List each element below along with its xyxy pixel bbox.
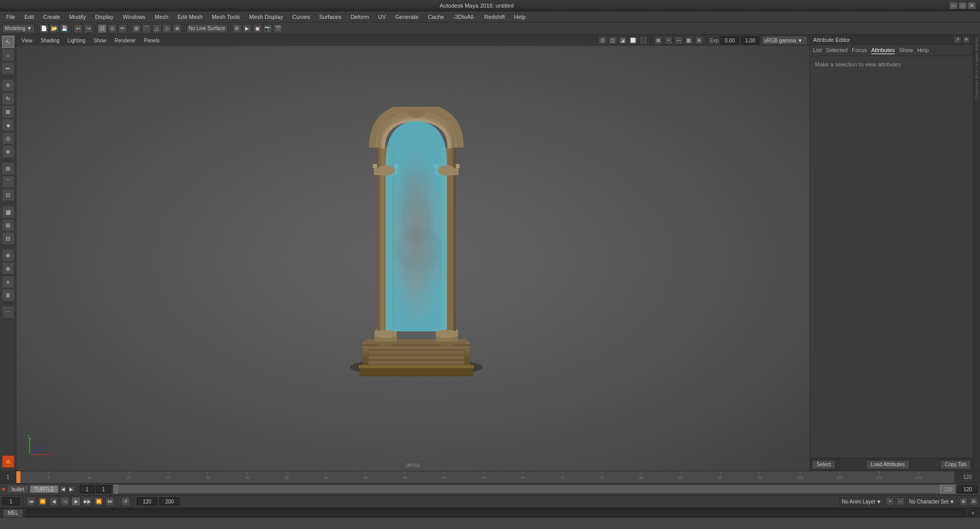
- menu-uv[interactable]: UV: [374, 13, 390, 21]
- cam-btn-4[interactable]: ⬜: [629, 36, 637, 44]
- extra-1-btn[interactable]: ⊕: [2, 249, 14, 261]
- cam-btn-1[interactable]: ⊡: [599, 36, 607, 44]
- render-btn[interactable]: ▶: [243, 24, 252, 33]
- next-key-btn[interactable]: ⏩: [94, 497, 103, 506]
- max-frame-input[interactable]: [137, 497, 157, 506]
- sel-face-btn[interactable]: ▦: [685, 36, 693, 44]
- attr-tab-help[interactable]: Help: [917, 46, 929, 54]
- range-mid-input[interactable]: [96, 485, 111, 493]
- lighting-menu[interactable]: Lighting: [64, 37, 88, 44]
- render2-btn[interactable]: ◼: [253, 24, 262, 33]
- color-space-dropdown[interactable]: sRGB gamma ▼: [761, 36, 807, 45]
- exposure-input[interactable]: [721, 36, 739, 44]
- attr-tab-show[interactable]: Show: [899, 46, 913, 54]
- anim-layer-add-btn[interactable]: +: [886, 497, 894, 506]
- snap5-btn[interactable]: ⊕: [173, 24, 182, 33]
- copy-tab-button[interactable]: Copy Tab: [940, 460, 971, 469]
- snap4-btn[interactable]: ◇: [162, 24, 172, 33]
- menu-file[interactable]: File: [2, 13, 19, 21]
- anim-layer-remove-btn[interactable]: −: [896, 497, 904, 506]
- scale-tool-btn[interactable]: ⊠: [2, 106, 14, 118]
- viewport[interactable]: View Shading Lighting Show Renderer Pane…: [16, 35, 809, 471]
- render4-btn[interactable]: 🎬: [273, 24, 282, 33]
- lasso-btn[interactable]: ⊙: [108, 24, 117, 33]
- menu-modify[interactable]: Modify: [65, 13, 90, 21]
- status-output-icon[interactable]: ≡: [969, 509, 977, 517]
- manip-btn[interactable]: ⊕: [2, 146, 14, 158]
- range-marker[interactable]: 120: [940, 485, 955, 494]
- display-3-btn[interactable]: ⊟: [2, 232, 14, 245]
- maya-logo-btn[interactable]: [2, 455, 14, 468]
- minimize-btn[interactable]: ─: [949, 2, 958, 9]
- prev-key-btn[interactable]: ⏪: [38, 497, 47, 506]
- range-end-input[interactable]: [958, 485, 978, 493]
- channel-box-tab[interactable]: Channel Box / Layer Editor: [973, 35, 980, 471]
- render-settings-btn[interactable]: ⚙: [232, 24, 242, 33]
- close-btn[interactable]: ✕: [968, 2, 976, 9]
- redo-btn[interactable]: ↪: [84, 24, 93, 33]
- soft-mod-btn[interactable]: ◎: [2, 132, 14, 145]
- menu-deform[interactable]: Deform: [346, 13, 373, 21]
- render3-btn[interactable]: 📷: [263, 24, 272, 33]
- menu-windows[interactable]: Windows: [118, 13, 150, 21]
- next-tab-btn[interactable]: ▶: [68, 486, 75, 493]
- display-1-btn[interactable]: ▦: [2, 206, 14, 218]
- anim-layer-dropdown[interactable]: No Anim Layer ▼: [840, 497, 885, 506]
- menu-3dto[interactable]: -3DtoAll-: [449, 13, 479, 21]
- maximize-btn[interactable]: □: [959, 2, 967, 9]
- more-btn[interactable]: ⋯: [2, 306, 14, 318]
- menu-help[interactable]: Help: [510, 13, 530, 21]
- menu-mesh-tools[interactable]: Mesh Tools: [208, 13, 244, 21]
- sel-component-btn[interactable]: ⊠: [654, 36, 662, 44]
- extra-4-btn[interactable]: ≣: [2, 289, 14, 301]
- shading-menu[interactable]: Shading: [38, 37, 63, 44]
- menu-generate[interactable]: Generate: [391, 13, 423, 21]
- load-attributes-button[interactable]: Load Attributes: [866, 460, 910, 469]
- extra-2-btn[interactable]: ⊗: [2, 262, 14, 275]
- play-fwd-btn[interactable]: ▶: [71, 497, 81, 506]
- command-input[interactable]: [27, 509, 965, 517]
- rotate-tool-btn[interactable]: ↻: [2, 92, 14, 105]
- attr-tab-list[interactable]: List: [813, 46, 822, 54]
- thumb-playhead[interactable]: [113, 485, 117, 494]
- menu-mesh[interactable]: Mesh: [151, 13, 173, 21]
- char-set-dropdown[interactable]: No Character Set ▼: [906, 497, 958, 506]
- new-btn[interactable]: 📄: [39, 24, 49, 33]
- snap1-btn[interactable]: ⊞: [132, 24, 141, 33]
- timeline-ruler[interactable]: 5101520253035404550556065707580859095100…: [16, 471, 954, 483]
- attr-tab-selected[interactable]: Selected: [826, 46, 848, 54]
- menu-cache[interactable]: Cache: [424, 13, 448, 21]
- undo-btn[interactable]: ↩: [74, 24, 83, 33]
- cam-btn-2[interactable]: ◫: [609, 36, 617, 44]
- cam-btn-5[interactable]: ⬛: [639, 36, 648, 44]
- step-fwd-btn[interactable]: ▶▶: [83, 497, 92, 506]
- point-snap-btn[interactable]: ⊡: [2, 189, 14, 201]
- go-start-btn[interactable]: ⏮: [27, 497, 36, 506]
- step-back-btn[interactable]: ◀: [49, 497, 58, 506]
- sel-uv-btn[interactable]: ⊕: [695, 36, 703, 44]
- renderer-label[interactable]: bullet: [7, 485, 29, 493]
- snap2-btn[interactable]: ⌒: [142, 24, 151, 33]
- menu-curves[interactable]: Curves: [288, 13, 314, 21]
- show-menu[interactable]: Show: [90, 37, 109, 44]
- paint-select-btn[interactable]: ✏: [118, 24, 127, 33]
- cam-btn-3[interactable]: ◪: [619, 36, 627, 44]
- turtle-tab[interactable]: TURTLE: [30, 485, 59, 493]
- select-button[interactable]: Select: [812, 460, 835, 469]
- current-frame-indicator[interactable]: [16, 471, 20, 483]
- extra-3-btn[interactable]: ≡: [2, 276, 14, 288]
- range-start-input[interactable]: [80, 485, 95, 493]
- workspace-dropdown[interactable]: Modeling ▼: [2, 24, 35, 33]
- move-tool-btn[interactable]: ✛: [2, 79, 14, 91]
- select-btn[interactable]: ⊡: [98, 24, 107, 33]
- attr-tab-attributes[interactable]: Attributes: [871, 46, 895, 54]
- attr-editor-detach-btn[interactable]: ↗: [954, 36, 961, 43]
- current-frame-input[interactable]: [2, 497, 20, 506]
- script-type-label[interactable]: MEL: [3, 509, 23, 517]
- select-tool-btn[interactable]: ↖: [2, 36, 14, 48]
- menu-mesh-display[interactable]: Mesh Display: [245, 13, 287, 21]
- go-end-btn[interactable]: ⏭: [105, 497, 114, 506]
- gamma-input[interactable]: [741, 36, 759, 44]
- live-surface-btn[interactable]: No Live Surface: [186, 24, 228, 33]
- panels-menu[interactable]: Panels: [141, 37, 163, 44]
